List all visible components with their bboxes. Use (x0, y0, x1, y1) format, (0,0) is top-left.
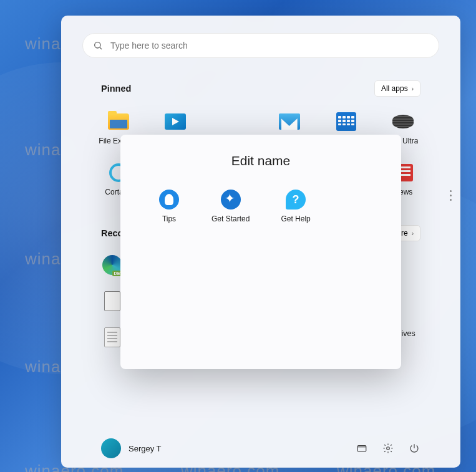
document-icon (102, 291, 122, 311)
settings-icon[interactable] (382, 442, 394, 455)
bulb-icon (158, 188, 180, 211)
app-label: Get Started (211, 214, 250, 223)
search-icon (93, 41, 103, 51)
folder-app-tips[interactable]: Tips (155, 186, 183, 226)
all-apps-button[interactable]: All apps › (374, 80, 420, 97)
pagination-dots[interactable] (450, 190, 452, 201)
calendar-icon (335, 110, 357, 133)
library-icon[interactable] (356, 442, 368, 455)
folder-apps: Tips Get Started ?Get Help (139, 186, 382, 226)
pinned-header: Pinned All apps › (61, 80, 460, 97)
all-apps-label: All apps (381, 84, 408, 93)
avatar (101, 438, 121, 458)
edge-icon (102, 255, 122, 275)
folder-app-get-help[interactable]: ?Get Help (278, 186, 313, 226)
folder-title[interactable]: Edit name (139, 153, 382, 168)
user-profile[interactable]: Sergey T (101, 438, 162, 458)
dot-icon (450, 190, 452, 192)
chevron-right-icon: › (412, 230, 414, 237)
play-icon (164, 110, 187, 133)
footer-icons (356, 442, 420, 455)
username: Sergey T (129, 444, 162, 453)
pinned-title: Pinned (101, 84, 131, 94)
app-label: Tips (162, 214, 176, 223)
disc-icon (392, 110, 414, 133)
search-box[interactable] (82, 33, 439, 58)
svg-point-3 (387, 447, 390, 450)
compass-icon (220, 188, 242, 211)
power-icon[interactable] (408, 442, 420, 455)
dot-icon (450, 199, 452, 201)
app-label: Get Help (281, 214, 310, 223)
dot-icon (450, 195, 452, 196)
start-menu-footer: Sergey T (61, 429, 460, 468)
folder-icon (107, 110, 130, 133)
text-document-icon (102, 327, 122, 347)
chevron-right-icon: › (412, 85, 414, 92)
svg-rect-2 (357, 446, 366, 452)
svg-line-1 (100, 47, 102, 49)
folder-app-get-started[interactable]: Get Started (209, 186, 252, 226)
mail-icon (278, 110, 301, 133)
help-icon: ? (284, 188, 307, 211)
search-input[interactable] (110, 41, 429, 51)
svg-point-0 (95, 42, 100, 48)
folder-popup: Edit name Tips Get Started ?Get Help (120, 135, 401, 369)
